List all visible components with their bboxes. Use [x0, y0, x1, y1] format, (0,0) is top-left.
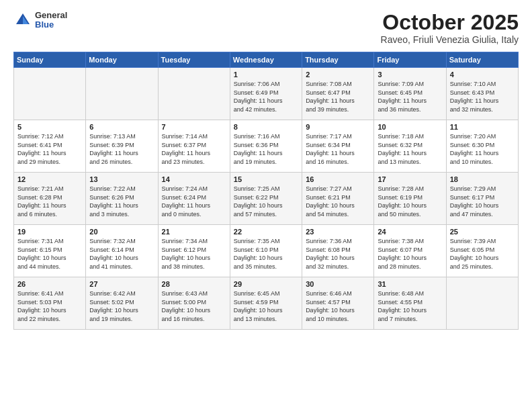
calendar-cell [14, 68, 86, 120]
calendar-cell [86, 68, 158, 120]
day-info: Sunrise: 6:45 AM Sunset: 4:59 PM Dayligh… [234, 289, 298, 323]
weekday-header-tuesday: Tuesday [158, 52, 230, 68]
day-info: Sunrise: 7:18 AM Sunset: 6:32 PM Dayligh… [378, 132, 442, 166]
calendar-page: General Blue October 2025 Raveo, Friuli … [0, 0, 532, 411]
day-info: Sunrise: 7:16 AM Sunset: 6:36 PM Dayligh… [234, 132, 298, 166]
calendar-cell: 8Sunrise: 7:16 AM Sunset: 6:36 PM Daylig… [230, 120, 302, 173]
calendar-cell: 23Sunrise: 7:36 AM Sunset: 6:08 PM Dayli… [302, 225, 374, 277]
calendar-cell: 11Sunrise: 7:20 AM Sunset: 6:30 PM Dayli… [446, 120, 518, 173]
calendar-table: SundayMondayTuesdayWednesdayThursdayFrid… [13, 52, 519, 330]
calendar-cell: 2Sunrise: 7:08 AM Sunset: 6:47 PM Daylig… [302, 68, 374, 120]
logo-text: General Blue [35, 11, 67, 30]
calendar-cell: 9Sunrise: 7:17 AM Sunset: 6:34 PM Daylig… [302, 120, 374, 173]
day-number: 29 [234, 280, 298, 288]
day-number: 4 [450, 71, 515, 79]
week-row-5: 26Sunrise: 6:41 AM Sunset: 5:03 PM Dayli… [14, 277, 519, 330]
calendar-cell: 31Sunrise: 6:48 AM Sunset: 4:55 PM Dayli… [374, 277, 446, 330]
calendar-cell: 5Sunrise: 7:12 AM Sunset: 6:41 PM Daylig… [14, 120, 86, 173]
day-info: Sunrise: 6:43 AM Sunset: 5:00 PM Dayligh… [162, 289, 226, 323]
calendar-cell: 15Sunrise: 7:25 AM Sunset: 6:22 PM Dayli… [230, 173, 302, 225]
calendar-cell [446, 277, 518, 330]
calendar-cell: 13Sunrise: 7:22 AM Sunset: 6:26 PM Dayli… [86, 173, 158, 225]
day-info: Sunrise: 7:12 AM Sunset: 6:41 PM Dayligh… [17, 132, 82, 166]
calendar-cell: 17Sunrise: 7:28 AM Sunset: 6:19 PM Dayli… [374, 173, 446, 225]
weekday-header-wednesday: Wednesday [230, 52, 302, 68]
week-row-3: 12Sunrise: 7:21 AM Sunset: 6:28 PM Dayli… [14, 173, 519, 225]
calendar-cell: 12Sunrise: 7:21 AM Sunset: 6:28 PM Dayli… [14, 173, 86, 225]
day-number: 11 [450, 123, 515, 131]
calendar-subtitle: Raveo, Friuli Venezia Giulia, Italy [381, 34, 519, 45]
day-info: Sunrise: 7:36 AM Sunset: 6:08 PM Dayligh… [306, 237, 370, 271]
day-number: 27 [89, 280, 154, 288]
calendar-cell: 21Sunrise: 7:34 AM Sunset: 6:12 PM Dayli… [158, 225, 230, 277]
calendar-title: October 2025 [381, 11, 519, 34]
weekday-header-saturday: Saturday [446, 52, 518, 68]
calendar-cell: 24Sunrise: 7:38 AM Sunset: 6:07 PM Dayli… [374, 225, 446, 277]
day-number: 16 [306, 175, 370, 183]
calendar-cell: 18Sunrise: 7:29 AM Sunset: 6:17 PM Dayli… [446, 173, 518, 225]
day-info: Sunrise: 7:22 AM Sunset: 6:26 PM Dayligh… [89, 185, 154, 218]
day-info: Sunrise: 7:27 AM Sunset: 6:21 PM Dayligh… [306, 185, 370, 218]
day-info: Sunrise: 7:14 AM Sunset: 6:37 PM Dayligh… [162, 132, 226, 166]
day-info: Sunrise: 7:25 AM Sunset: 6:22 PM Dayligh… [234, 185, 298, 218]
calendar-cell: 26Sunrise: 6:41 AM Sunset: 5:03 PM Dayli… [14, 277, 86, 330]
day-info: Sunrise: 7:17 AM Sunset: 6:34 PM Dayligh… [306, 132, 370, 166]
day-info: Sunrise: 7:35 AM Sunset: 6:10 PM Dayligh… [234, 237, 298, 271]
calendar-cell: 7Sunrise: 7:14 AM Sunset: 6:37 PM Daylig… [158, 120, 230, 173]
calendar-cell: 10Sunrise: 7:18 AM Sunset: 6:32 PM Dayli… [374, 120, 446, 173]
day-number: 2 [306, 71, 370, 79]
day-number: 1 [234, 71, 298, 79]
title-block: October 2025 Raveo, Friuli Venezia Giuli… [381, 11, 519, 45]
calendar-cell: 16Sunrise: 7:27 AM Sunset: 6:21 PM Dayli… [302, 173, 374, 225]
day-number: 23 [306, 228, 370, 236]
day-info: Sunrise: 6:42 AM Sunset: 5:02 PM Dayligh… [89, 289, 154, 323]
day-number: 10 [378, 123, 442, 131]
day-number: 5 [17, 123, 82, 131]
day-number: 19 [17, 228, 82, 236]
week-row-2: 5Sunrise: 7:12 AM Sunset: 6:41 PM Daylig… [14, 120, 519, 173]
calendar-cell: 22Sunrise: 7:35 AM Sunset: 6:10 PM Dayli… [230, 225, 302, 277]
day-number: 17 [378, 175, 442, 183]
day-info: Sunrise: 7:08 AM Sunset: 6:47 PM Dayligh… [306, 80, 370, 113]
calendar-cell: 14Sunrise: 7:24 AM Sunset: 6:24 PM Dayli… [158, 173, 230, 225]
day-number: 31 [378, 280, 442, 288]
day-info: Sunrise: 6:48 AM Sunset: 4:55 PM Dayligh… [378, 289, 442, 323]
weekday-header-thursday: Thursday [302, 52, 374, 68]
day-number: 22 [234, 228, 298, 236]
day-info: Sunrise: 7:24 AM Sunset: 6:24 PM Dayligh… [162, 185, 226, 218]
weekday-header-friday: Friday [374, 52, 446, 68]
day-info: Sunrise: 7:29 AM Sunset: 6:17 PM Dayligh… [450, 185, 515, 218]
week-row-4: 19Sunrise: 7:31 AM Sunset: 6:15 PM Dayli… [14, 225, 519, 277]
calendar-cell: 19Sunrise: 7:31 AM Sunset: 6:15 PM Dayli… [14, 225, 86, 277]
day-number: 15 [234, 175, 298, 183]
day-number: 25 [450, 228, 515, 236]
calendar-cell: 20Sunrise: 7:32 AM Sunset: 6:14 PM Dayli… [86, 225, 158, 277]
logo: General Blue [13, 11, 67, 30]
week-row-1: 1Sunrise: 7:06 AM Sunset: 6:49 PM Daylig… [14, 68, 519, 120]
day-number: 7 [162, 123, 226, 131]
header: General Blue October 2025 Raveo, Friuli … [13, 11, 519, 45]
calendar-cell: 6Sunrise: 7:13 AM Sunset: 6:39 PM Daylig… [86, 120, 158, 173]
logo-icon [13, 11, 32, 30]
weekday-header-sunday: Sunday [14, 52, 86, 68]
logo-blue-text: Blue [35, 20, 67, 30]
day-info: Sunrise: 7:10 AM Sunset: 6:43 PM Dayligh… [450, 80, 515, 113]
day-info: Sunrise: 7:34 AM Sunset: 6:12 PM Dayligh… [162, 237, 226, 271]
day-number: 13 [89, 175, 154, 183]
calendar-cell: 25Sunrise: 7:39 AM Sunset: 6:05 PM Dayli… [446, 225, 518, 277]
day-number: 26 [17, 280, 82, 288]
day-number: 20 [89, 228, 154, 236]
calendar-cell: 3Sunrise: 7:09 AM Sunset: 6:45 PM Daylig… [374, 68, 446, 120]
day-number: 30 [306, 280, 370, 288]
weekday-header-monday: Monday [86, 52, 158, 68]
day-info: Sunrise: 7:39 AM Sunset: 6:05 PM Dayligh… [450, 237, 515, 271]
day-number: 12 [17, 175, 82, 183]
day-number: 21 [162, 228, 226, 236]
calendar-cell: 1Sunrise: 7:06 AM Sunset: 6:49 PM Daylig… [230, 68, 302, 120]
weekday-header-row: SundayMondayTuesdayWednesdayThursdayFrid… [14, 52, 519, 68]
logo-general-text: General [35, 11, 67, 20]
day-number: 8 [234, 123, 298, 131]
day-info: Sunrise: 7:13 AM Sunset: 6:39 PM Dayligh… [89, 132, 154, 166]
calendar-cell: 29Sunrise: 6:45 AM Sunset: 4:59 PM Dayli… [230, 277, 302, 330]
day-info: Sunrise: 7:20 AM Sunset: 6:30 PM Dayligh… [450, 132, 515, 166]
